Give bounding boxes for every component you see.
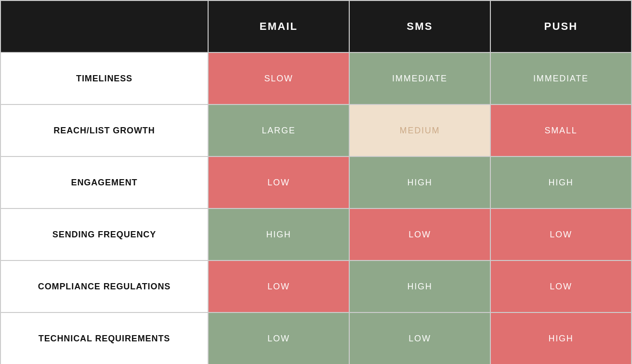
compliance-sms-value: HIGH — [407, 282, 432, 292]
reach-email-value: LARGE — [262, 126, 295, 136]
header-push: PUSH — [490, 0, 632, 52]
technical-push: HIGH — [490, 312, 632, 364]
header-push-label: PUSH — [544, 20, 578, 33]
timeliness-label: TIMELINESS — [76, 74, 132, 84]
technical-email: LOW — [208, 312, 349, 364]
engagement-email-value: LOW — [267, 178, 290, 188]
compliance-email-value: LOW — [267, 282, 290, 292]
header-sms-label: SMS — [407, 20, 433, 33]
header-email-label: EMAIL — [260, 20, 298, 33]
header-empty-cell — [0, 0, 208, 52]
sending-frequency-push-value: LOW — [550, 230, 572, 240]
engagement-push-value: HIGH — [548, 178, 573, 188]
row-label-timeliness: TIMELINESS — [0, 52, 208, 104]
technical-email-value: LOW — [267, 334, 290, 344]
engagement-label: ENGAGEMENT — [71, 178, 137, 188]
compliance-sms: HIGH — [349, 260, 490, 312]
row-label-compliance: COMPLIANCE REGULATIONS — [0, 260, 208, 312]
engagement-push: HIGH — [490, 156, 632, 208]
sending-frequency-email: HIGH — [208, 208, 349, 260]
row-label-reach: REACH/LIST GROWTH — [0, 104, 208, 156]
technical-push-value: HIGH — [548, 334, 573, 344]
timeliness-email-value: SLOW — [264, 74, 293, 84]
header-email: EMAIL — [208, 0, 349, 52]
sending-frequency-email-value: HIGH — [266, 230, 291, 240]
sending-frequency-sms-value: LOW — [408, 230, 431, 240]
engagement-email: LOW — [208, 156, 349, 208]
reach-push: SMALL — [490, 104, 632, 156]
sending-frequency-label: SENDING FREQUENCY — [53, 230, 156, 240]
reach-push-value: SMALL — [544, 126, 577, 136]
reach-label: REACH/LIST GROWTH — [53, 126, 155, 136]
sending-frequency-sms: LOW — [349, 208, 490, 260]
compliance-push: LOW — [490, 260, 632, 312]
compliance-push-value: LOW — [550, 282, 572, 292]
reach-sms-value: MEDIUM — [400, 126, 440, 136]
reach-sms: MEDIUM — [349, 104, 490, 156]
timeliness-email: SLOW — [208, 52, 349, 104]
timeliness-sms-value: IMMEDIATE — [392, 74, 448, 84]
comparison-table: EMAIL SMS PUSH TIMELINESS SLOW IMMEDIATE… — [0, 0, 632, 364]
technical-sms-value: LOW — [408, 334, 431, 344]
sending-frequency-push: LOW — [490, 208, 632, 260]
technical-sms: LOW — [349, 312, 490, 364]
reach-email: LARGE — [208, 104, 349, 156]
timeliness-push-value: IMMEDIATE — [533, 74, 589, 84]
engagement-sms-value: HIGH — [407, 178, 432, 188]
timeliness-push: IMMEDIATE — [490, 52, 632, 104]
engagement-sms: HIGH — [349, 156, 490, 208]
compliance-label: COMPLIANCE REGULATIONS — [38, 282, 171, 292]
row-label-engagement: ENGAGEMENT — [0, 156, 208, 208]
compliance-email: LOW — [208, 260, 349, 312]
row-label-sending-frequency: SENDING FREQUENCY — [0, 208, 208, 260]
timeliness-sms: IMMEDIATE — [349, 52, 490, 104]
row-label-technical: TECHNICAL REQUIREMENTS — [0, 312, 208, 364]
header-sms: SMS — [349, 0, 490, 52]
technical-label: TECHNICAL REQUIREMENTS — [39, 334, 170, 344]
